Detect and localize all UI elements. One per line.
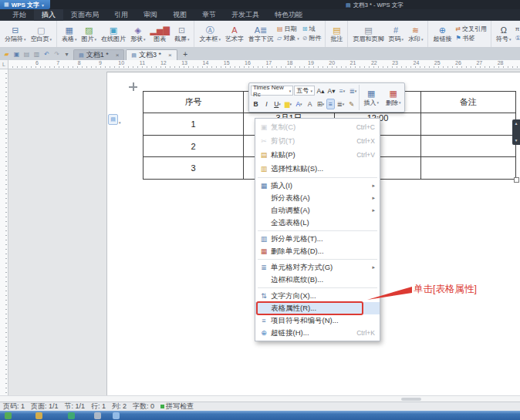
table-cell-r1c0[interactable]: 1 [144,113,244,136]
ribbon-button-shapes[interactable]: ◈形状▾ [128,22,148,47]
table-cell-r2c0[interactable]: 2 [144,136,244,157]
char-shading-button[interactable]: A [305,99,315,109]
table-cell-r0c3[interactable]: 备注 [421,92,516,113]
table-cell-r3c0[interactable]: 3 [144,157,244,180]
font-name-select[interactable]: Times New Rc ▾ [251,86,293,96]
save-icon[interactable]: ▣ [12,49,21,59]
context-menu-item-hyperlink[interactable]: ⊕超链接(H)...Ctrl+K [255,327,380,339]
redo-icon[interactable]: ↷ [52,49,61,59]
underline-button[interactable]: U▾ [272,99,282,109]
bullets-button[interactable]: ≡▾ [337,86,347,96]
italic-button[interactable]: I [262,99,272,109]
ribbon-button-formula[interactable]: π公式 [515,25,520,33]
menu-tab-section[interactable]: 章节 [194,9,224,21]
new-document-tab-button[interactable]: + [181,49,191,59]
open-icon[interactable]: ▰ [2,49,11,59]
ribbon-button-object[interactable]: ▱对象▾ [277,35,299,42]
table-move-handle[interactable] [129,82,137,91]
context-menu-item-bullets-numbering[interactable]: ≡项目符号和编号(N)... [255,314,380,327]
ribbon-button-watermark[interactable]: ≋水印▾ [406,22,426,47]
alignment-button[interactable]: ≣▾ [336,99,346,109]
more-icon[interactable]: ▾ [62,49,71,59]
paste-options-button[interactable]: ▤ ▾ [108,114,121,125]
bold-button[interactable]: B [251,99,261,109]
print-icon[interactable]: ▤ [22,49,31,59]
context-menu-item-split-cells[interactable]: ▥拆分单元格(T)... [255,233,380,245]
document-tab-doc1[interactable]: ▤文档1 *× [73,49,124,60]
ribbon-button-hyperlink[interactable]: ⊕超链接 [431,22,454,47]
close-icon[interactable]: × [168,52,172,59]
ribbon-button-chart[interactable]: ▂▅▇图表 [148,22,172,47]
taskbar-app-gray-button[interactable] [94,412,101,419]
menu-tab-references[interactable]: 引用 [106,9,136,21]
ribbon-button-online-picture[interactable]: ▣在线图片 [99,22,128,47]
document-tab-doc3[interactable]: ▤文档3 *× [126,49,177,60]
context-menu-item-table-properties[interactable]: 表格属性(R)... [255,302,380,314]
context-menu-item-select-table[interactable]: 全选表格(L) [255,217,380,229]
ribbon-button-header-footer[interactable]: ▤页眉和页脚 [350,22,386,47]
align-center-button[interactable]: ≡ [326,99,335,109]
ribbon-button-wordart[interactable]: A艺术字 [223,22,246,47]
table-cell-r0c0[interactable]: 序号 [144,92,244,113]
ribbon-button-date[interactable]: ▤日期 [277,25,299,33]
menu-tab-view[interactable]: 视图 [165,9,194,21]
context-menu-item-delete-cells[interactable]: ▦删除单元格(D)... [255,245,380,257]
close-icon[interactable]: × [116,52,120,59]
ribbon-button-screenshot[interactable]: ⊡截屏▾ [172,22,192,47]
borders-button[interactable]: ⊞▾ [316,99,326,109]
font-color-button[interactable]: A▾ [294,99,304,109]
insert-table-button[interactable]: ▦插入▾ [360,83,383,112]
context-menu-item-text-direction[interactable]: ⇅文字方向(X)... [255,290,380,302]
menu-tab-developer[interactable]: 开发工具 [224,9,267,21]
ribbon-button-symbol[interactable]: Ω符号▾ [494,22,514,47]
context-menu-item-paste-special[interactable]: ▥选择性粘贴(S)... [255,162,380,176]
app-menu-button[interactable]: ▦ WPS 文字 ▾ [0,0,50,9]
taskbar-folder-button[interactable] [35,412,42,419]
undo-icon[interactable]: ↶ [42,49,51,59]
ribbon-button-number[interactable]: ①数字 [515,35,520,42]
ribbon-button-field[interactable]: ⊞域 [302,25,322,33]
ribbon-button-page-number[interactable]: #页码▾ [386,22,406,47]
ribbon-button-drop-cap[interactable]: A≣首字下沉 [246,22,275,47]
table-cell-r1c3[interactable] [421,113,516,136]
taskbar-start-button[interactable] [5,412,12,419]
table-cell-r3c3[interactable] [421,157,516,180]
menu-tab-insert[interactable]: 插入 [34,9,63,21]
menu-tab-home[interactable]: 开始 [5,9,34,21]
horizontal-scrollbar[interactable] [0,395,520,402]
increase-font-size-button[interactable]: A▴ [316,86,326,96]
ribbon-button-blank-page[interactable]: ▢空白页▾ [29,22,55,47]
ribbon-button-table[interactable]: ▦表格▾ [59,22,79,47]
ribbon-button-breaks[interactable]: ⊟分隔符▾ [2,22,29,47]
ribbon-button-attachment[interactable]: ⊘附件 [302,35,322,42]
highlight-button[interactable]: ▆▾ [283,99,293,109]
scroll-widget[interactable]: ▲ ▼ [512,119,520,145]
ribbon-button-picture[interactable]: ▨图片▾ [79,22,100,47]
table-resize-handle[interactable] [514,177,519,183]
table-cell-r2c3[interactable] [421,136,516,157]
context-menu-item-autofit[interactable]: 自动调整(A)▸ [255,204,380,217]
taskbar-app-blue-button[interactable] [113,412,120,419]
windows-taskbar[interactable] [0,411,520,420]
ribbon-button-bookmark[interactable]: ⚑书签 [455,35,487,42]
menu-tab-review[interactable]: 审阅 [136,9,165,21]
ribbon-button-text-box[interactable]: Ⓐ文本框▾ [197,22,223,47]
context-menu-item-split-table[interactable]: 拆分表格(A)▸ [255,192,380,204]
numbering-button[interactable]: ≣▾ [348,86,358,96]
context-menu-item-cell-alignment[interactable]: ≣单元格对齐方式(G)▸ [255,261,380,274]
print-preview-icon[interactable]: ▥ [32,49,41,59]
context-menu-item-insert[interactable]: ▦插入(I)▸ [255,180,380,192]
tab-stop-selector[interactable]: L [0,60,8,69]
menu-tab-special-features[interactable]: 特色功能 [267,9,310,21]
horizontal-scrollbar-thumb[interactable] [401,398,421,401]
context-menu-item-paste[interactable]: ▤粘贴(P)Ctrl+V [255,148,380,162]
ribbon-button-cross-reference[interactable]: ⇄交叉引用 [455,25,487,33]
taskbar-app-green-button[interactable] [68,412,75,419]
ribbon-button-comment[interactable]: ▤批注 [328,22,345,47]
delete-table-button[interactable]: ▦删除▾ [383,83,405,112]
menu-tab-page-layout[interactable]: 页面布局 [63,9,106,21]
decrease-font-size-button[interactable]: A▾ [326,86,336,96]
format-painter-button[interactable]: ✎ [346,99,356,109]
font-size-select[interactable]: 五号 ▾ [294,86,315,96]
context-menu-item-borders-shading[interactable]: 边框和底纹(B)... [255,274,380,286]
